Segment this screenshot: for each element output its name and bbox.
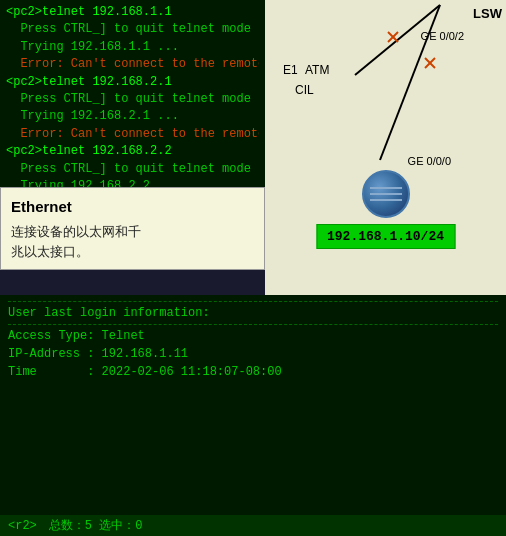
divider-line <box>8 324 498 325</box>
terminal-line: Press CTRL_] to quit telnet mode <box>6 91 259 108</box>
terminal-line: Press CTRL_] to quit telnet mode <box>6 21 259 38</box>
divider-line <box>8 301 498 302</box>
right-diagram: LSW GE 0/0/2 GE 0/0/0 E1 ATM CIL PC1 192… <box>265 0 506 295</box>
status-text: 总数：5 选中：0 <box>49 517 143 534</box>
left-terminal[interactable]: <pc2>telnet 192.168.1.1 Press CTRL_] to … <box>0 0 265 270</box>
atm-label: ATM <box>305 63 329 77</box>
detail-lines: User last login information:Access Type:… <box>8 301 498 381</box>
terminal-line: <pc2>telnet 192.168.1.1 <box>6 4 259 21</box>
diagram-svg <box>265 0 506 295</box>
tooltip-text: 连接设备的以太网和千 兆以太接口。 <box>11 222 254 261</box>
terminal-line: Error: Can't connect to the remote host <box>6 56 259 73</box>
detail-line: IP-Address : 192.168.1.11 <box>8 345 498 363</box>
ge002-label: GE 0/0/2 <box>421 30 464 42</box>
terminal-line: Error: Can't connect to the remote host <box>6 126 259 143</box>
ip-badge: 192.168.1.10/24 <box>316 224 455 249</box>
detail-line: User last login information: <box>8 304 498 322</box>
status-bar: <r2> 总数：5 选中：0 <box>0 515 506 536</box>
svg-line-1 <box>380 5 440 160</box>
prompt-text: <r2> <box>8 519 37 533</box>
terminal-line: Press CTRL_] to quit telnet mode <box>6 161 259 178</box>
e1-label: E1 <box>283 63 298 77</box>
tooltip-popup: Ethernet 连接设备的以太网和千 兆以太接口。 <box>0 187 265 270</box>
terminal-line: Trying 192.168.2.1 ... <box>6 108 259 125</box>
lsw-label: LSW <box>473 6 502 21</box>
terminal-line: <pc2>telnet 192.168.2.2 <box>6 143 259 160</box>
router-circle <box>362 170 410 218</box>
ge000-label: GE 0/0/0 <box>408 155 451 167</box>
terminal-line: Trying 192.168.1.1 ... <box>6 39 259 56</box>
terminal-line: <pc2>telnet 192.168.2.1 <box>6 74 259 91</box>
terminal-detail[interactable]: User last login information:Access Type:… <box>0 295 506 515</box>
tooltip-title: Ethernet <box>11 196 254 218</box>
cil-label: CIL <box>295 83 314 97</box>
router-icon <box>362 170 410 218</box>
terminal-area: <pc2>telnet 192.168.1.1 Press CTRL_] to … <box>0 0 506 295</box>
main-container: <pc2>telnet 192.168.1.1 Press CTRL_] to … <box>0 0 506 536</box>
detail-line: Access Type: Telnet <box>8 327 498 345</box>
detail-line: Time : 2022-02-06 11:18:07-08:00 <box>8 363 498 381</box>
